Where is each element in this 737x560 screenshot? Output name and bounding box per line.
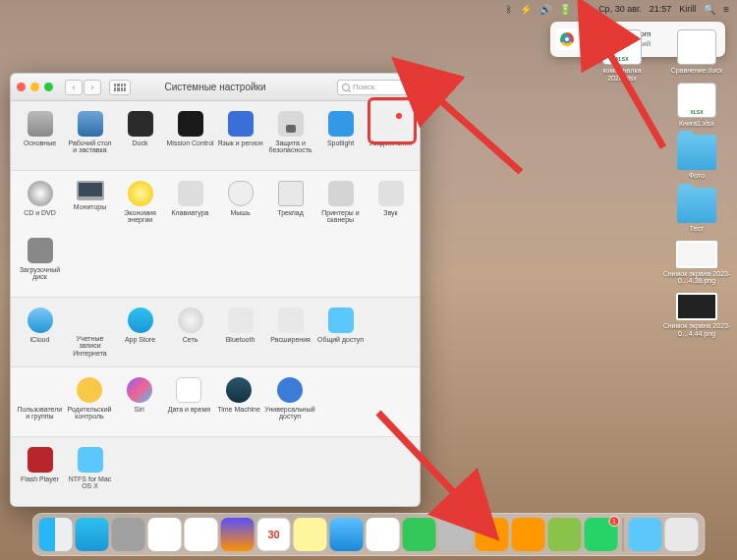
pref-расширения[interactable]: Расширения [265, 304, 315, 361]
menubar-time[interactable]: 21:57 [650, 4, 672, 14]
pref-label: Основные [24, 140, 56, 146]
dock-mail[interactable] [330, 518, 364, 551]
pref-родительский-контроль[interactable]: Родительский контроль [65, 373, 115, 430]
desktop-label: Книга1.xlsx [679, 120, 714, 128]
pref-icloud[interactable]: iCloud [15, 304, 65, 361]
pref-трекпад[interactable]: Трекпад [265, 177, 315, 234]
dock-whatsapp[interactable]: 1 [585, 518, 618, 551]
spotlight-icon[interactable]: 🔍 [704, 4, 715, 15]
pref-дата-и-время[interactable]: Дата и время [164, 373, 214, 430]
dock-music[interactable] [367, 518, 400, 551]
pref-time-machine[interactable]: Time Machine [214, 373, 264, 430]
pref-spotlight[interactable]: Spotlight [315, 107, 366, 164]
menu-icon[interactable]: ≡ [723, 4, 729, 15]
dock-app2[interactable] [512, 518, 545, 551]
folder-icon [677, 135, 716, 170]
pref-dock[interactable]: Dock [115, 107, 165, 164]
pref-рабочий-стол-и-заставка[interactable]: Рабочий стол и заставка [65, 107, 115, 164]
forward-button[interactable]: › [84, 80, 101, 95]
pref-звук[interactable]: Звук [366, 177, 416, 234]
dock-safari[interactable] [148, 518, 182, 551]
notif-icon [378, 111, 404, 137]
printer-icon [328, 181, 354, 206]
back-button[interactable]: ‹ [65, 80, 83, 95]
pref-язык-и-регион[interactable]: Язык и регион [215, 107, 265, 164]
pref-label: App Store [125, 336, 155, 343]
pref-защита-и-безопасность[interactable]: Защита и безопасность [265, 107, 315, 164]
pref-label: Пользователи и группы [16, 406, 64, 420]
pref-общий-доступ[interactable]: Общий доступ [315, 304, 366, 361]
pref-мышь[interactable]: Мышь [215, 177, 265, 234]
cd-icon [28, 181, 53, 206]
pref-ntfs-for-mac-os-x[interactable]: NTFS for Mac OS X [65, 443, 115, 500]
show-all-button[interactable] [109, 80, 131, 95]
pref-label: Сеть [183, 336, 198, 343]
pref-bluetooth[interactable]: Bluetooth [215, 304, 265, 361]
dock-trash[interactable] [665, 518, 699, 551]
pref-загрузочный-диск[interactable]: Загрузочный диск [15, 234, 65, 291]
dock-messages[interactable] [403, 518, 436, 551]
pref-label: Трекпад [277, 209, 304, 216]
parent-icon [77, 377, 102, 403]
desktop-item[interactable]: Сравнение.docx [662, 29, 731, 75]
desktop-item[interactable]: Снимок экрана 2023-0…4.44.png [662, 293, 731, 337]
dock-finder[interactable] [39, 518, 73, 551]
wifi-icon[interactable]: ⚡ [520, 4, 532, 15]
pref-label: Bluetooth [226, 336, 255, 343]
window-title: Системные настройки [164, 82, 265, 92]
dock-system-prefs[interactable] [439, 518, 473, 551]
pref-app-store[interactable]: App Store [115, 304, 165, 361]
battery-icon[interactable]: 🔋 [559, 4, 571, 15]
display-icon [77, 181, 104, 200]
accounts-icon [78, 308, 103, 332]
pref-пользователи-и-группы[interactable]: Пользователи и группы [15, 373, 65, 430]
system-preferences-window: ‹ › Системные настройки Поиск ОсновныеРа… [10, 73, 421, 507]
desktop-label: Тест [690, 225, 704, 233]
pref-уведомления[interactable]: Уведомления [366, 107, 416, 164]
pref-cd-и-dvd[interactable]: CD и DVD [15, 177, 65, 234]
desktop-item[interactable]: Тест [662, 188, 731, 233]
dock-firefox[interactable] [221, 518, 255, 551]
desktop-item[interactable]: Фото [662, 135, 731, 180]
dock-launchpad[interactable] [112, 518, 145, 551]
pref-flash-player[interactable]: Flash Player [15, 443, 65, 500]
window-titlebar[interactable]: ‹ › Системные настройки Поиск [11, 74, 420, 101]
sound-icon [378, 181, 404, 206]
menubar-date[interactable]: Ср, 30 авг. [598, 4, 642, 14]
dock-chrome[interactable] [185, 518, 218, 551]
desktop-item[interactable]: Книга1.xlsx [662, 83, 731, 128]
menubar-user[interactable]: Kirill [679, 4, 696, 14]
pref-siri[interactable]: Siri [114, 373, 164, 430]
search-field[interactable]: Поиск [337, 80, 414, 95]
dock-maps[interactable] [548, 518, 582, 551]
pref-сеть[interactable]: Сеть [165, 304, 215, 361]
volume-icon[interactable]: 🔊 [539, 4, 551, 15]
desktop-item[interactable]: коммуналка 2020.xlsx [588, 29, 656, 82]
users-icon [27, 377, 52, 403]
pref-принтеры-и-сканеры[interactable]: Принтеры и сканеры [315, 177, 366, 234]
lang-icon [228, 111, 254, 137]
pref-основные[interactable]: Основные [15, 107, 65, 164]
close-button[interactable] [17, 83, 26, 91]
desktop-item[interactable]: Снимок экрана 2023-0…4.38.png [662, 241, 731, 285]
dock-downloads[interactable] [629, 518, 662, 551]
pref-label: NTFS for Mac OS X [66, 476, 114, 490]
pref-универсальный-доступ[interactable]: Универсальный доступ [263, 373, 315, 430]
dock-notes[interactable] [294, 518, 327, 551]
annotation-arrow [413, 64, 531, 186]
zoom-button[interactable] [44, 83, 53, 91]
input-flag-icon[interactable]: 🇺🇸 [579, 4, 591, 15]
pref-label: Siri [135, 406, 144, 413]
pref-учетные-записи-интернета[interactable]: Учетные записи Интернета [65, 304, 115, 361]
dock-calendar[interactable]: 30 [257, 518, 291, 551]
pref-экономия-энергии[interactable]: Экономия энергии [115, 177, 165, 234]
dock-appstore[interactable] [76, 518, 109, 551]
minimize-button[interactable] [30, 83, 39, 91]
bluetooth-icon[interactable]: ᛒ [506, 4, 512, 15]
pref-mission-control[interactable]: Mission Control [165, 107, 215, 164]
pref-мониторы[interactable]: Мониторы [65, 177, 115, 234]
pref-клавиатура[interactable]: Клавиатура [165, 177, 215, 234]
dock-vlc[interactable] [476, 518, 509, 551]
pref-label: Защита и безопасность [266, 140, 314, 154]
search-icon [342, 84, 350, 91]
